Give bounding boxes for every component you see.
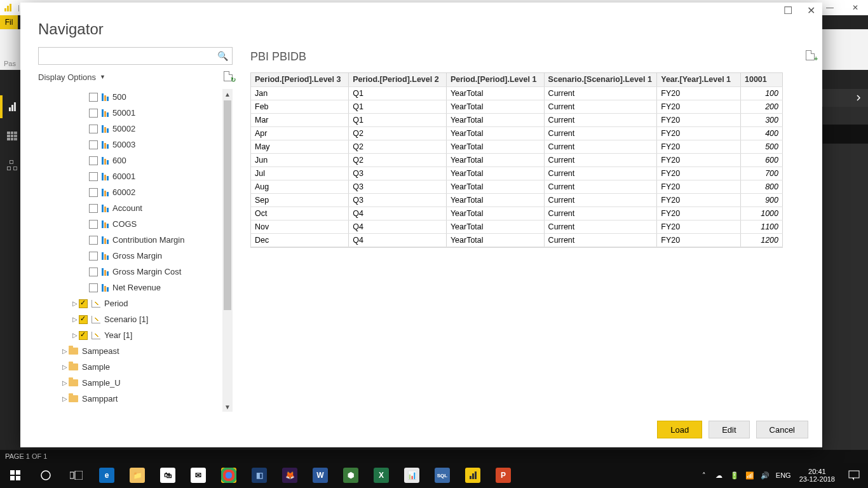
edit-button[interactable]: Edit [709,421,749,438]
tree-item[interactable]: Account [38,200,233,216]
taskbar-app-edge[interactable]: e [92,463,122,488]
tree-checkbox[interactable] [89,156,98,165]
tree-checkbox[interactable] [89,268,98,276]
tray-wifi-icon[interactable]: 📶 [742,471,757,480]
close-button[interactable]: ✕ [843,0,868,15]
search-input[interactable] [43,51,217,61]
cancel-button[interactable]: Cancel [756,421,808,438]
tree-checkbox[interactable] [89,172,98,181]
load-button[interactable]: Load [657,421,702,438]
tree-checkbox[interactable] [79,315,88,324]
tree-checkbox[interactable] [79,331,88,340]
taskbar-app-virtualbox[interactable]: ◧ [244,463,275,488]
tray-battery-icon[interactable]: 🔋 [727,471,742,480]
tree-checkbox[interactable] [89,283,98,292]
tree-checkbox[interactable] [89,93,98,102]
report-view-icon[interactable] [4,99,20,114]
column-header[interactable]: Period.[Period].Level 1 [446,73,544,86]
tree-item[interactable]: ▷Sample_U [38,375,233,391]
tree-checkbox[interactable] [89,236,98,245]
tray-volume-icon[interactable]: 🔊 [757,471,773,480]
tree-item[interactable]: Gross Margin [38,248,233,264]
taskbar-app-firefox[interactable]: 🦊 [275,463,305,488]
table-row[interactable]: AprQ2YearTotalCurrentFY20400 [251,126,783,140]
model-view-icon[interactable] [4,158,20,173]
table-row[interactable]: FebQ1YearTotalCurrentFY20200 [251,100,783,113]
scrollbar-thumb[interactable] [224,100,231,310]
tree-checkbox[interactable] [89,109,98,118]
taskbar-app-generic1[interactable]: ⬢ [336,463,366,488]
table-row[interactable]: OctQ4YearTotalCurrentFY201000 [251,207,783,220]
tree-item[interactable]: 600 [38,152,233,168]
table-row[interactable]: NovQ4YearTotalCurrentFY201100 [251,220,783,233]
tree-checkbox[interactable] [89,125,98,133]
preview-refresh-icon[interactable]: + [806,50,815,63]
taskbar-app-chrome[interactable] [214,463,244,488]
tray-language[interactable]: ENG [773,471,794,479]
column-header[interactable]: Year.[Year].Level 1 [657,73,741,86]
tree-item[interactable]: 60001 [38,168,233,184]
tree-item[interactable]: 50002 [38,121,233,137]
taskbar-app-generic2[interactable]: 📊 [397,463,427,488]
tree-item[interactable]: ▷Sample [38,359,233,375]
tree-checkbox[interactable] [79,299,88,308]
tree-checkbox[interactable] [89,252,98,261]
taskbar-clock[interactable]: 20:41 23-12-2018 [794,468,840,483]
tree-item[interactable]: ▷Year [1] [38,327,233,343]
refresh-tree-icon[interactable]: ↻ [224,71,233,83]
table-row[interactable]: AugQ3YearTotalCurrentFY20800 [251,180,783,193]
taskbar-app-sql[interactable]: SQL [427,463,458,488]
taskbar-app-mail[interactable]: ✉ [183,463,214,488]
table-row[interactable]: SepQ3YearTotalCurrentFY20900 [251,193,783,207]
tree-item[interactable]: 50001 [38,105,233,121]
table-row[interactable]: MarQ1YearTotalCurrentFY20300 [251,113,783,126]
tree-item[interactable]: 50003 [38,137,233,152]
column-header[interactable]: Period.[Period].Level 2 [349,73,447,86]
scroll-down-icon[interactable]: ▼ [222,402,233,412]
tree-item[interactable]: ▷Sampeast [38,343,233,359]
table-row[interactable]: JunQ2YearTotalCurrentFY20600 [251,153,783,166]
column-header[interactable]: Scenario.[Scenario].Level 1 [544,73,657,86]
taskbar-app-excel[interactable]: X [366,463,397,488]
scroll-up-icon[interactable]: ▲ [222,89,233,99]
dialog-maximize-button[interactable]: ☐ [776,4,799,17]
tree-item[interactable]: ▷Samppart [38,391,233,407]
table-row[interactable]: JulQ3YearTotalCurrentFY20700 [251,166,783,180]
tree-scrollbar[interactable]: ▲ ▼ [222,89,233,412]
table-row[interactable]: JanQ1YearTotalCurrentFY20100 [251,86,783,100]
tree-item[interactable]: ▷Period [38,295,233,311]
tree-item[interactable]: COGS [38,216,233,232]
dialog-close-button[interactable]: ✕ [799,4,822,17]
taskbar-app-store[interactable]: 🛍 [153,463,183,488]
search-box[interactable]: 🔍 [38,47,233,65]
column-header[interactable]: Period.[Period].Level 3 [251,73,349,86]
tray-onedrive-icon[interactable]: ☁ [712,471,727,480]
taskbar-app-explorer[interactable]: 📁 [122,463,153,488]
tree-item[interactable]: 500 [38,89,233,105]
tree-item[interactable]: ▷Scenario [1] [38,311,233,327]
search-icon[interactable]: 🔍 [217,51,228,61]
action-center-button[interactable] [840,470,868,481]
tree-checkbox[interactable] [89,188,98,197]
tree-item[interactable]: 60002 [38,184,233,200]
tree-checkbox[interactable] [89,140,98,149]
cortana-button[interactable] [31,463,61,488]
taskbar-app-powerbi[interactable] [458,463,488,488]
table-row[interactable]: DecQ4YearTotalCurrentFY201200 [251,233,783,247]
tree-item[interactable]: Gross Margin Cost [38,264,233,280]
display-options-dropdown[interactable]: Display Options ▼ [38,72,105,82]
file-tab[interactable]: Fil [0,15,18,29]
data-view-icon[interactable] [4,128,20,144]
taskbar-app-powerpoint[interactable]: P [488,463,519,488]
tree-checkbox[interactable] [89,204,98,213]
tree-item[interactable]: Net Revenue [38,280,233,295]
right-panel-collapse[interactable] [822,89,868,107]
tree-checkbox[interactable] [89,220,98,229]
table-row[interactable]: MayQ2YearTotalCurrentFY20500 [251,140,783,153]
tray-chevron-icon[interactable]: ˄ [696,471,712,480]
taskbar-app-word[interactable]: W [305,463,336,488]
tree-item[interactable]: Contribution Margin [38,232,233,248]
task-view-button[interactable] [61,463,92,488]
start-button[interactable] [0,463,31,488]
column-header[interactable]: 10001 [741,73,783,86]
